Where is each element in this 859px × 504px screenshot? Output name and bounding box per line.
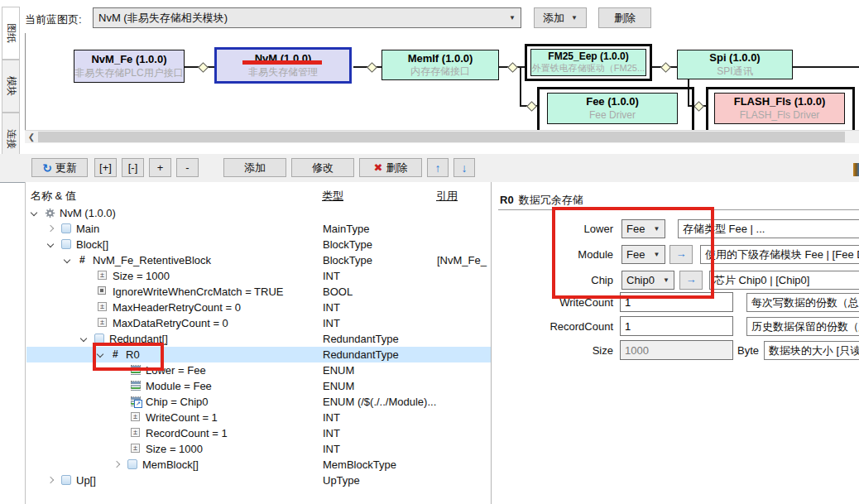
tree-col-type[interactable]: 类型	[322, 189, 343, 204]
blueprint-delete-button[interactable]: 删除	[598, 7, 651, 28]
tree-row-size[interactable]: ± Size = 1000 INT	[26, 268, 491, 284]
collapse-button[interactable]: -	[176, 158, 199, 177]
tree-item-label: Module = Fee	[146, 380, 212, 392]
module-block-nvmfe[interactable]: NvM_Fe (1.0.0) 非易失存储PLC用户接口	[74, 50, 185, 83]
module-block-flashfls[interactable]: FLASH_Fls (1.0.0) FLASH_Fls Driver	[714, 93, 845, 124]
modify-button[interactable]: 修改	[291, 158, 354, 177]
module-block-spi[interactable]: Spi (1.0.0) SPI通讯	[677, 50, 793, 79]
size-label: Size	[530, 344, 613, 357]
tree-item-type: INT	[323, 270, 340, 282]
side-tab-modules-label: 模块	[4, 76, 18, 96]
tree-row-retentiveblock[interactable]: # NvM_Fe_RetentiveBlock BlockType [NvM_F…	[26, 252, 491, 268]
tree-item-type: INT	[323, 301, 340, 314]
expander-open-icon[interactable]	[47, 241, 54, 247]
module-select[interactable]: Fee ▼	[621, 245, 665, 264]
expander-closed-icon[interactable]	[47, 477, 54, 483]
blueprint-select[interactable]: NvM (非易失存储相关模块) ▼	[93, 7, 521, 28]
diagram-hscrollbar[interactable]: ❮	[25, 130, 859, 143]
tree-item-label: MemBlock[]	[142, 458, 199, 471]
add-button[interactable]: 添加	[223, 158, 286, 177]
module-block-nvm[interactable]: NvM (1.0.0) 非易失存储管理	[214, 47, 352, 84]
tree-item-label: Chip = Chip0	[146, 396, 209, 408]
tree-item-label: R0	[126, 348, 140, 361]
move-up-button[interactable]: ↑	[427, 158, 449, 177]
update-button[interactable]: ↻ 更新	[31, 158, 88, 177]
tree-item-label: Main	[76, 223, 99, 235]
side-tab-sheets[interactable]: 图纸	[2, 7, 20, 60]
detail-title-prefix: R0	[500, 194, 514, 206]
blueprint-delete-label: 删除	[614, 11, 636, 26]
chip-select[interactable]: Chip0 ▼	[621, 271, 674, 290]
tree-col-name: 名称 & 值	[31, 189, 76, 204]
tree-row-redundant[interactable]: Redundant[] RedundantType	[26, 331, 491, 347]
scrollbar-thumb[interactable]	[38, 132, 845, 142]
recordcount-input[interactable]	[620, 316, 733, 336]
tree-row-size2[interactable]: ± Size = 1000 INT	[26, 441, 491, 457]
tree-item-label: Lower = Fee	[146, 364, 206, 377]
tree-row-block[interactable]: Block[] BlockType	[26, 237, 491, 252]
integer-icon: ±	[131, 444, 140, 453]
tree-row-memblock[interactable]: MemBlock[] MemBlockType	[26, 457, 491, 473]
tree-row-main[interactable]: Main MainType	[26, 221, 491, 237]
enum-reference-icon: ↗	[131, 396, 141, 406]
connector-line	[793, 66, 859, 68]
size-input	[620, 340, 733, 360]
lower-hint: 存储类型 Fee | ...	[678, 219, 859, 238]
struct-icon	[94, 334, 104, 343]
expander-open-icon[interactable]	[97, 351, 103, 358]
expander-closed-icon[interactable]	[113, 461, 120, 468]
tree-item-type: MainType	[323, 223, 369, 235]
collapse-all-button[interactable]: [-]	[122, 158, 144, 177]
block-subtitle: 非易失存储管理	[217, 66, 349, 79]
module-goto-button[interactable]: →	[669, 245, 693, 264]
move-down-button[interactable]: ↓	[453, 158, 475, 177]
tree-row-ignorewrite[interactable]: IgnoreWriteWhenCrcMatch = TRUE BOOL	[26, 284, 491, 300]
blueprint-add-button[interactable]: 添加 ▼	[534, 7, 587, 28]
lower-select[interactable]: Fee ▼	[621, 219, 665, 238]
lower-label: Lower	[530, 223, 613, 235]
expand-button[interactable]: +	[149, 158, 171, 177]
expander-open-icon[interactable]	[31, 209, 37, 216]
tree-row-nvm[interactable]: NvM (1.0.0)	[26, 205, 491, 221]
connector-diamond-icon	[526, 101, 537, 112]
tree-row-r0-selected[interactable]: # R0 RedundantType	[26, 347, 491, 362]
expander-open-icon[interactable]	[80, 335, 87, 342]
writecount-label: WriteCount	[530, 296, 613, 309]
scroll-left-icon[interactable]: ❮	[25, 131, 38, 143]
expander-closed-icon[interactable]	[47, 225, 54, 232]
add-label: 添加	[244, 161, 266, 175]
writecount-input[interactable]	[620, 292, 733, 312]
tree-row-chip[interactable]: ↗ Chip = Chip0 ENUM (/$(./../Module)...	[26, 394, 491, 410]
tree-row-maxheaderretry[interactable]: ± MaxHeaderRetryCount = 0 INT	[26, 300, 491, 315]
module-block-memif[interactable]: MemIf (1.0.0) 内存存储接口	[382, 50, 499, 80]
side-tab-modules[interactable]: 模块	[2, 60, 20, 113]
tree-row-lower[interactable]: Lower = Fee ENUM	[26, 362, 491, 378]
collapse-label: -	[185, 161, 189, 174]
tree-col-ref[interactable]: 引用	[436, 189, 458, 204]
delete-button[interactable]: ✖ 删除	[359, 158, 422, 177]
blueprint-add-label: 添加	[543, 11, 564, 26]
expand-all-button[interactable]: [+]	[94, 158, 117, 177]
tree-row-writecount[interactable]: ± WriteCount = 1 INT	[26, 410, 491, 425]
expander-open-icon[interactable]	[64, 257, 70, 263]
tree-row-module[interactable]: Module = Fee ENUM	[26, 378, 491, 394]
detail-title: R0数据冗余存储	[500, 193, 583, 208]
integer-icon: ±	[98, 271, 107, 280]
chip-select-value: Chip0	[626, 274, 655, 286]
tree-item-ref: [NvM_Fe_	[437, 254, 490, 266]
module-block-fee[interactable]: Fee (1.0.0) Fee Driver	[547, 93, 678, 124]
struct-icon	[61, 239, 71, 249]
block-title: Spi (1.0.0)	[678, 51, 792, 65]
tree-row-up[interactable]: Up[] UpType	[26, 473, 491, 488]
tree-row-recordcount[interactable]: ± RecordCount = 1 INT	[26, 425, 491, 441]
tree-item-type: BOOL	[323, 286, 353, 298]
tree-item-label: Block[]	[76, 238, 108, 251]
arrow-right-icon: →	[676, 247, 687, 260]
connector-line	[520, 66, 521, 106]
connector-diamond-icon	[507, 62, 518, 73]
chip-goto-button[interactable]: →	[679, 271, 703, 290]
module-block-fm25eep[interactable]: FM25_Eep (1.0.0) 外置铁电存储驱动（FM25...	[530, 49, 646, 76]
tree-row-maxdataretry[interactable]: ± MaxDataRetryCount = 0 INT	[26, 315, 491, 331]
tree-item-type: BlockType	[323, 238, 372, 251]
tree-item-label: Up[]	[76, 474, 96, 487]
